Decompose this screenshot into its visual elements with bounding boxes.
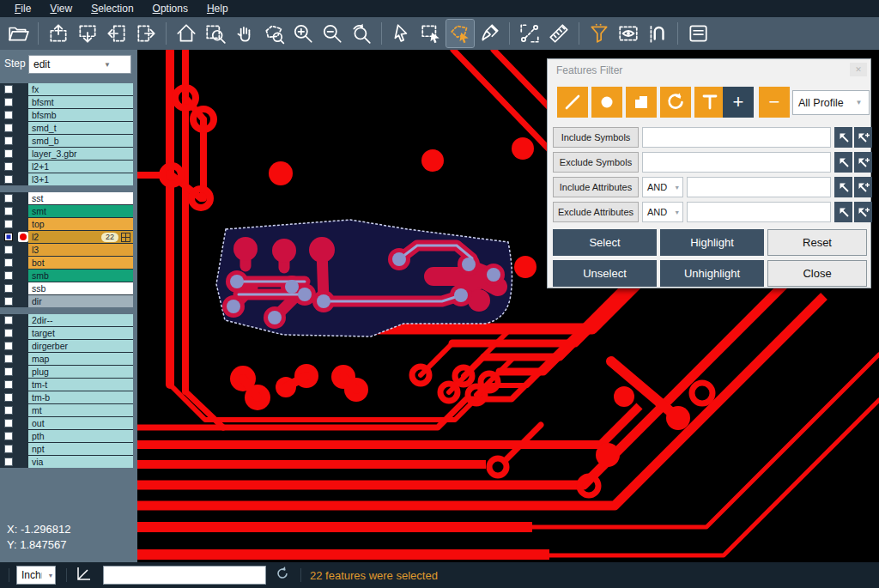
shape-filter-text[interactable] xyxy=(694,87,725,118)
tool-zoom-in[interactable] xyxy=(289,20,317,47)
layer-row-map[interactable]: map xyxy=(0,353,133,365)
refresh-icon[interactable] xyxy=(275,566,290,585)
layer-checkbox[interactable] xyxy=(0,282,17,294)
tool-page-down[interactable] xyxy=(74,20,101,47)
layer-name[interactable]: fx xyxy=(28,83,133,95)
layer-row-out[interactable]: out xyxy=(0,417,133,429)
layer-name[interactable]: l3 xyxy=(28,244,133,256)
exclude-attributes-pick-add-icon[interactable] xyxy=(854,202,872,222)
tool-brush[interactable] xyxy=(476,20,503,47)
command-input[interactable] xyxy=(103,566,266,585)
layer-row-plug[interactable]: plug xyxy=(0,366,133,378)
include-attributes-input[interactable] xyxy=(687,177,831,197)
tool-ruler[interactable] xyxy=(545,20,573,47)
layer-name[interactable]: bfsmb xyxy=(28,109,133,121)
include-symbols-pick-add-icon[interactable] xyxy=(854,127,872,148)
tool-pan[interactable] xyxy=(231,20,258,47)
layer-row-mt[interactable]: mt xyxy=(0,404,133,416)
include-symbols-pick-icon[interactable] xyxy=(834,127,852,148)
layer-row-target[interactable]: target xyxy=(0,327,133,339)
layer-row-bfsmb[interactable]: bfsmb xyxy=(0,109,133,121)
layer-checkbox[interactable] xyxy=(0,257,17,269)
exclude-symbols-input[interactable] xyxy=(642,152,831,173)
tool-select-rect[interactable] xyxy=(417,20,445,47)
layer-name[interactable]: dir xyxy=(28,295,133,307)
layer-row-smb[interactable]: smb xyxy=(0,270,133,282)
layer-checkbox[interactable] xyxy=(0,96,17,108)
layer-row-smd_b[interactable]: smd_b xyxy=(0,135,133,147)
include-symbols-input[interactable] xyxy=(642,127,831,148)
tool-zoom-prev[interactable] xyxy=(348,20,375,47)
highlight-button[interactable]: Highlight xyxy=(660,229,764,256)
menu-file[interactable]: File xyxy=(5,0,40,17)
layer-checkbox[interactable] xyxy=(0,192,17,204)
layer-name[interactable]: tm-b xyxy=(28,391,133,403)
layer-checkbox[interactable] xyxy=(0,340,17,352)
layer-name[interactable]: top xyxy=(28,218,133,230)
tool-select-poly[interactable] xyxy=(446,20,474,47)
layer-name[interactable]: out xyxy=(28,417,133,429)
profile-select[interactable]: All Profile▼ xyxy=(792,90,870,115)
layer-checkbox[interactable] xyxy=(0,161,17,173)
layer-name[interactable]: ssb xyxy=(28,282,133,294)
layer-row-bfsmt[interactable]: bfsmt xyxy=(0,96,133,108)
layer-checkbox[interactable] xyxy=(0,379,17,391)
include-symbols-button[interactable]: Include Symbols xyxy=(553,127,639,148)
layer-row-l2[interactable]: l222 xyxy=(0,231,133,243)
reset-button[interactable]: Reset xyxy=(767,229,867,256)
layer-name[interactable]: dirgerber xyxy=(28,340,133,352)
layer-checkbox[interactable] xyxy=(0,417,17,429)
exclude-symbols-pick-add-icon[interactable] xyxy=(854,152,872,173)
menu-selection[interactable]: Selection xyxy=(82,0,142,17)
layer-name[interactable]: bot xyxy=(28,257,133,269)
layer-name[interactable]: l3+1 xyxy=(28,173,133,185)
layer-row-l3+1[interactable]: l3+1 xyxy=(0,173,133,185)
layer-row-pth[interactable]: pth xyxy=(0,430,133,442)
layer-checkbox[interactable] xyxy=(0,314,17,326)
layer-name[interactable]: map xyxy=(28,353,133,365)
shape-filter-surface[interactable] xyxy=(626,87,657,118)
shape-filter-line[interactable] xyxy=(557,87,588,118)
select-button[interactable]: Select xyxy=(553,229,657,256)
layer-checkbox[interactable] xyxy=(0,148,17,160)
filter-add-button[interactable]: + xyxy=(723,87,754,118)
layer-row-bot[interactable]: bot xyxy=(0,257,133,269)
layer-row-dir[interactable]: dir xyxy=(0,295,133,307)
layer-name[interactable]: npt xyxy=(28,443,133,455)
unselect-button[interactable]: Unselect xyxy=(553,260,657,287)
tool-zoom-window[interactable] xyxy=(202,20,229,47)
layer-name[interactable]: pth xyxy=(28,430,133,442)
tool-filter[interactable] xyxy=(585,20,613,47)
layer-name[interactable]: target xyxy=(28,327,133,339)
layer-name[interactable]: plug xyxy=(28,366,133,378)
layer-row-sst[interactable]: sst xyxy=(0,192,133,204)
step-select[interactable]: edit ▼ xyxy=(28,55,131,74)
layer-name[interactable]: smt xyxy=(28,205,133,217)
filter-remove-button[interactable]: − xyxy=(759,87,790,118)
layer-row-layer_3.gbr[interactable]: layer_3.gbr xyxy=(0,148,133,160)
exclude-attributes-pick-icon[interactable] xyxy=(834,202,852,222)
layer-checkbox[interactable] xyxy=(0,456,17,468)
tool-select[interactable] xyxy=(388,20,415,47)
layer-name[interactable]: sst xyxy=(28,192,133,204)
shape-filter-pad[interactable] xyxy=(591,87,622,118)
layer-name[interactable]: l222 xyxy=(28,231,133,243)
layer-name[interactable]: l2+1 xyxy=(28,161,133,173)
layer-row-tm-t[interactable]: tm-t xyxy=(0,379,133,391)
layer-row-2dir--[interactable]: 2dir-- xyxy=(0,314,133,326)
layer-row-smt[interactable]: smt xyxy=(0,205,133,217)
tool-home[interactable] xyxy=(173,20,200,47)
layer-checkbox[interactable] xyxy=(0,270,17,282)
layer-checkbox[interactable] xyxy=(0,443,17,455)
layer-row-fx[interactable]: fx xyxy=(0,83,133,95)
layer-checkbox[interactable] xyxy=(0,135,17,147)
layer-checkbox[interactable] xyxy=(0,173,17,185)
layer-checkbox[interactable] xyxy=(0,83,17,95)
unhighlight-button[interactable]: Unhighlight xyxy=(660,260,764,287)
tool-view-eye[interactable] xyxy=(615,20,642,47)
layer-checkbox[interactable] xyxy=(0,109,17,121)
layer-name[interactable]: smd_b xyxy=(28,135,133,147)
menu-help[interactable]: Help xyxy=(197,0,238,17)
layer-checkbox[interactable] xyxy=(0,430,17,442)
tool-page-left[interactable] xyxy=(103,20,130,47)
